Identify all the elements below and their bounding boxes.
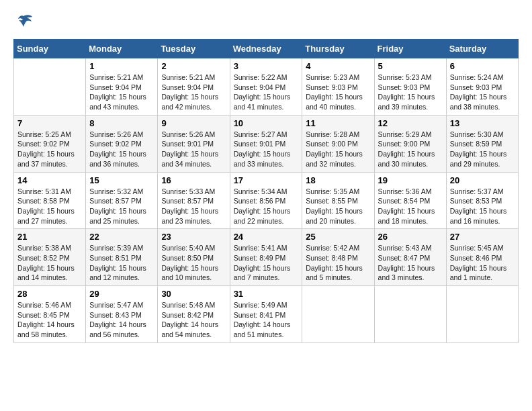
calendar-cell: 15Sunrise: 5:32 AMSunset: 8:57 PMDayligh… [86,172,158,229]
cell-content: and 5 minutes. [306,273,370,283]
cell-content: Sunset: 8:58 PM [17,196,82,206]
calendar-cell: 11Sunrise: 5:28 AMSunset: 9:00 PMDayligh… [302,115,374,172]
cell-content: and 3 minutes. [378,273,443,283]
cell-content: Sunset: 9:04 PM [161,83,226,93]
cell-content: Daylight: 15 hours [378,263,443,273]
cell-content: Daylight: 15 hours [89,263,154,273]
date-number: 30 [161,289,226,299]
date-number: 14 [17,175,82,185]
calendar-cell: 26Sunrise: 5:43 AMSunset: 8:47 PMDayligh… [374,229,446,286]
cell-content: and 39 minutes. [378,102,443,112]
cell-content: Sunrise: 5:45 AM [450,243,515,253]
cell-content: Sunrise: 5:21 AM [89,73,154,83]
cell-content: Daylight: 15 hours [378,206,443,216]
cell-content: Daylight: 15 hours [378,149,443,159]
cell-content: Daylight: 15 hours [89,206,154,216]
cell-content: Sunset: 9:03 PM [378,83,443,93]
cell-content: Sunset: 9:01 PM [161,139,226,149]
cell-content: Sunset: 9:04 PM [234,83,299,93]
date-number: 25 [306,232,370,242]
calendar-cell: 30Sunrise: 5:48 AMSunset: 8:42 PMDayligh… [158,286,230,343]
calendar-cell: 9Sunrise: 5:26 AMSunset: 9:01 PMDaylight… [158,115,230,172]
calendar-table: SundayMondayTuesdayWednesdayThursdayFrid… [13,39,519,343]
cell-content: Sunset: 8:47 PM [378,253,443,263]
calendar-cell: 2Sunrise: 5:21 AMSunset: 9:04 PMDaylight… [158,58,230,116]
cell-content: Daylight: 15 hours [306,149,370,159]
cell-content: Sunrise: 5:41 AM [234,243,299,253]
cell-content: Sunset: 8:50 PM [161,253,226,263]
cell-content: and 22 minutes. [234,216,299,226]
cell-content: Daylight: 15 hours [234,263,299,273]
cell-content: Daylight: 15 hours [89,149,154,159]
calendar-cell [446,286,518,343]
date-number: 22 [89,232,154,242]
cell-content: Sunset: 8:45 PM [17,310,82,320]
cell-content: Sunrise: 5:25 AM [17,130,82,140]
calendar-cell [374,286,446,343]
cell-content: and 42 minutes. [161,102,226,112]
date-number: 31 [234,289,299,299]
calendar-week-row: 14Sunrise: 5:31 AMSunset: 8:58 PMDayligh… [14,172,519,229]
calendar-week-row: 28Sunrise: 5:46 AMSunset: 8:45 PMDayligh… [14,286,519,343]
cell-content: and 33 minutes. [234,159,299,169]
calendar-cell: 23Sunrise: 5:40 AMSunset: 8:50 PMDayligh… [158,229,230,286]
calendar-day-header: Monday [86,40,158,58]
cell-content: and 1 minute. [450,273,515,283]
page-header [13,13,519,32]
calendar-cell: 1Sunrise: 5:21 AMSunset: 9:04 PMDaylight… [86,58,158,116]
cell-content: and 54 minutes. [161,330,226,340]
date-number: 2 [161,61,226,71]
cell-content: Sunrise: 5:23 AM [378,73,443,83]
calendar-day-header: Tuesday [158,40,230,58]
cell-content: Sunrise: 5:32 AM [89,187,154,197]
date-number: 11 [306,118,370,128]
cell-content: and 56 minutes. [89,330,154,340]
date-number: 6 [450,61,515,71]
date-number: 3 [234,61,299,71]
date-number: 28 [17,289,82,299]
calendar-cell: 17Sunrise: 5:34 AMSunset: 8:56 PMDayligh… [230,172,302,229]
calendar-cell: 25Sunrise: 5:42 AMSunset: 8:48 PMDayligh… [302,229,374,286]
cell-content: Sunrise: 5:49 AM [234,300,299,310]
cell-content: Daylight: 15 hours [161,92,226,102]
cell-content: Sunrise: 5:30 AM [450,130,515,140]
date-number: 9 [161,118,226,128]
cell-content: and 41 minutes. [234,102,299,112]
calendar-day-header: Wednesday [230,40,302,58]
cell-content: and 43 minutes. [89,102,154,112]
cell-content: Daylight: 15 hours [450,149,515,159]
cell-content: Sunset: 9:02 PM [17,139,82,149]
date-number: 17 [234,175,299,185]
calendar-cell: 7Sunrise: 5:25 AMSunset: 9:02 PMDaylight… [14,115,86,172]
cell-content: Daylight: 15 hours [306,92,370,102]
cell-content: and 58 minutes. [17,330,82,340]
cell-content: and 12 minutes. [89,273,154,283]
cell-content: and 25 minutes. [89,216,154,226]
calendar-header-row: SundayMondayTuesdayWednesdayThursdayFrid… [14,40,519,58]
cell-content: Sunrise: 5:46 AM [17,300,82,310]
date-number: 8 [89,118,154,128]
date-number: 13 [450,118,515,128]
calendar-week-row: 21Sunrise: 5:38 AMSunset: 8:52 PMDayligh… [14,229,519,286]
cell-content: Daylight: 15 hours [450,263,515,273]
cell-content: Sunrise: 5:29 AM [378,130,443,140]
cell-content: Sunset: 8:56 PM [234,196,299,206]
cell-content: Sunset: 9:02 PM [89,139,154,149]
cell-content: Sunrise: 5:26 AM [89,130,154,140]
date-number: 27 [450,232,515,242]
calendar-cell: 22Sunrise: 5:39 AMSunset: 8:51 PMDayligh… [86,229,158,286]
cell-content: Daylight: 14 hours [89,320,154,330]
cell-content: Sunset: 8:53 PM [450,196,515,206]
date-number: 26 [378,232,443,242]
calendar-day-header: Thursday [302,40,374,58]
date-number: 16 [161,175,226,185]
cell-content: Sunrise: 5:38 AM [17,243,82,253]
cell-content: and 30 minutes. [378,159,443,169]
calendar-day-header: Saturday [446,40,518,58]
calendar-cell: 29Sunrise: 5:47 AMSunset: 8:43 PMDayligh… [86,286,158,343]
cell-content: Sunrise: 5:26 AM [161,130,226,140]
cell-content: Daylight: 15 hours [306,263,370,273]
calendar-week-row: 7Sunrise: 5:25 AMSunset: 9:02 PMDaylight… [14,115,519,172]
calendar-cell: 20Sunrise: 5:37 AMSunset: 8:53 PMDayligh… [446,172,518,229]
cell-content: and 23 minutes. [161,216,226,226]
